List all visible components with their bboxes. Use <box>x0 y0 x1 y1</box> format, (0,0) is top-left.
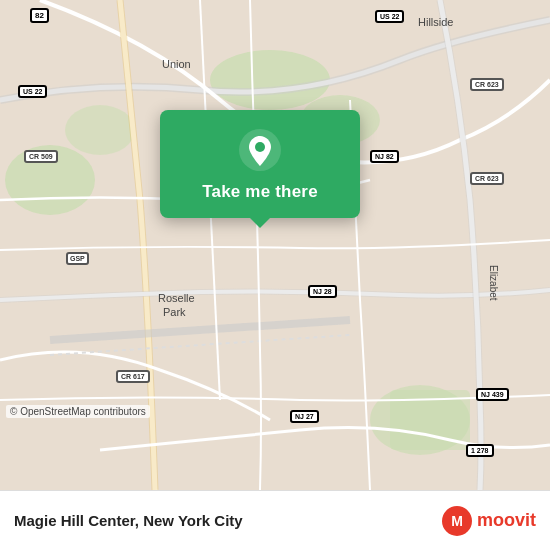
badge-us22-left: US 22 <box>18 85 47 98</box>
badge-i278: 1 278 <box>466 444 494 457</box>
badge-nj82-mid: NJ 82 <box>370 150 399 163</box>
label-elizabeth: Elizabet <box>488 265 499 301</box>
pin-icon <box>238 128 282 172</box>
location-name: Magie Hill Center, New York City <box>14 512 441 529</box>
badge-nj439: NJ 439 <box>476 388 509 401</box>
moovit-text: moovit <box>477 510 536 531</box>
svg-point-1 <box>210 50 330 110</box>
label-roselle: Roselle <box>158 292 195 304</box>
map-attribution: © OpenStreetMap contributors <box>6 405 150 418</box>
label-hillside: Hillside <box>418 16 453 28</box>
badge-gsp: GSP <box>66 252 89 265</box>
map: Take me there 82 US 22 US 22 CR 623 CR 5… <box>0 0 550 490</box>
bottom-text: Magie Hill Center, New York City <box>14 512 441 529</box>
svg-point-8 <box>255 142 265 152</box>
badge-cr509: CR 509 <box>24 150 58 163</box>
popup-label: Take me there <box>202 182 318 202</box>
moovit-icon: M <box>441 505 473 537</box>
badge-nj82-top: 82 <box>30 8 49 23</box>
label-union: Union <box>162 58 191 70</box>
svg-text:M: M <box>451 513 463 529</box>
badge-cr623-right2: CR 623 <box>470 172 504 185</box>
location-popup[interactable]: Take me there <box>160 110 360 218</box>
badge-cr617: CR 617 <box>116 370 150 383</box>
bottom-bar: Magie Hill Center, New York City M moovi… <box>0 490 550 550</box>
badge-nj27: NJ 27 <box>290 410 319 423</box>
badge-us22-top: US 22 <box>375 10 404 23</box>
moovit-logo: M moovit <box>441 505 536 537</box>
badge-cr623-right1: CR 623 <box>470 78 504 91</box>
svg-point-5 <box>65 105 135 155</box>
label-park: Park <box>163 306 186 318</box>
badge-nj28: NJ 28 <box>308 285 337 298</box>
